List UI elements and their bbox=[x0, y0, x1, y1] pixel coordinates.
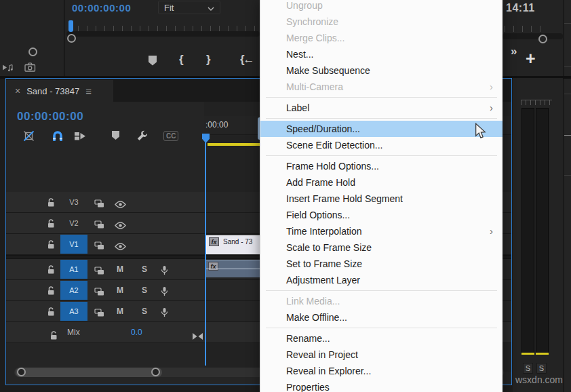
menu-item-multi-camera: Multi-Camera› bbox=[260, 79, 503, 95]
menu-item-field-options[interactable]: Field Options... bbox=[260, 207, 503, 223]
add-marker-icon[interactable] bbox=[111, 128, 120, 144]
mark-out-button[interactable]: } bbox=[206, 53, 211, 66]
panel-menu-icon[interactable]: ≡ bbox=[85, 85, 92, 97]
menu-item-insert-frame-hold-segment[interactable]: Insert Frame Hold Segment bbox=[260, 191, 503, 207]
submenu-arrow-icon: › bbox=[490, 100, 493, 116]
timeline-timecode[interactable]: 00:00:00:00 bbox=[17, 110, 83, 123]
sync-lock-icon[interactable] bbox=[94, 237, 104, 254]
sync-lock-icon[interactable] bbox=[94, 305, 104, 321]
menu-item-ungroup: Ungroup bbox=[260, 0, 503, 14]
monitor-playhead[interactable] bbox=[68, 20, 73, 32]
captions-icon[interactable]: CC bbox=[163, 128, 178, 144]
program-timecode[interactable]: 00:00:00:00 bbox=[72, 2, 131, 14]
track-target-a1[interactable]: A1 bbox=[60, 260, 87, 279]
export-frame-icon[interactable] bbox=[24, 62, 36, 75]
watermark-text: wsxdn.com bbox=[515, 374, 570, 385]
fx-badge-icon: fx bbox=[209, 237, 219, 246]
mute-button[interactable]: M bbox=[117, 264, 123, 274]
voiceover-mic-icon[interactable] bbox=[161, 262, 168, 278]
lock-icon[interactable] bbox=[47, 262, 56, 278]
zoom-handle-right[interactable] bbox=[151, 368, 160, 376]
menu-item-adjustment-layer[interactable]: Adjustment Layer bbox=[260, 272, 503, 288]
meter-level-right bbox=[536, 353, 549, 355]
lock-icon[interactable] bbox=[47, 195, 56, 211]
sync-lock-icon[interactable] bbox=[94, 262, 104, 279]
mix-level-value[interactable]: 0.0 bbox=[131, 328, 142, 337]
sync-lock-icon[interactable] bbox=[94, 216, 104, 233]
menu-item-reveal-in-project[interactable]: Reveal in Project bbox=[260, 347, 503, 363]
mark-in-button[interactable]: { bbox=[179, 53, 184, 66]
track-target-a3[interactable]: A3 bbox=[60, 302, 87, 321]
source-monitor-panel: 14:11 » + bbox=[503, 0, 563, 76]
menu-item-properties[interactable]: Properties bbox=[260, 379, 503, 392]
audio-clip[interactable]: fx bbox=[206, 260, 267, 277]
voiceover-mic-icon[interactable] bbox=[161, 304, 168, 320]
menu-item-set-to-frame-size[interactable]: Set to Frame Size bbox=[260, 256, 503, 272]
menu-item-nest[interactable]: Nest... bbox=[260, 46, 503, 62]
menu-item-make-subsequence[interactable]: Make Subsequence bbox=[260, 62, 503, 79]
linked-selection-icon[interactable] bbox=[74, 128, 86, 144]
monitor-scrubber[interactable] bbox=[66, 31, 260, 37]
solo-button[interactable]: S bbox=[142, 286, 147, 295]
mute-button[interactable]: M bbox=[117, 286, 123, 295]
menu-item-scene-edit-detection[interactable]: Scene Edit Detection... bbox=[260, 137, 503, 153]
zoom-handle-left[interactable] bbox=[17, 368, 26, 376]
play-audio-icon[interactable] bbox=[2, 62, 14, 75]
zoom-knob[interactable] bbox=[538, 35, 547, 43]
track-header-a3: A3 M S bbox=[6, 301, 204, 321]
timeline-settings-wrench-icon[interactable] bbox=[136, 128, 149, 144]
menu-item-synchronize: Synchronize bbox=[260, 14, 503, 30]
mute-button[interactable]: M bbox=[117, 307, 123, 316]
track-target-a2[interactable]: A2 bbox=[60, 281, 87, 300]
scrubber[interactable] bbox=[503, 33, 563, 39]
add-button[interactable]: + bbox=[526, 49, 536, 68]
snap-magnet-icon[interactable] bbox=[52, 128, 64, 144]
insert-as-nest-toggle-icon[interactable] bbox=[23, 128, 35, 144]
track-header-v3: V3 bbox=[6, 192, 204, 212]
meter-solo-right-button[interactable]: S bbox=[536, 363, 547, 374]
sync-lock-icon[interactable] bbox=[94, 283, 104, 300]
menu-item-frame-hold-options[interactable]: Frame Hold Options... bbox=[260, 158, 503, 174]
lock-icon[interactable] bbox=[50, 328, 58, 344]
toggle-output-eye-icon[interactable] bbox=[115, 217, 126, 233]
keyframe-toggle-icon[interactable] bbox=[192, 328, 203, 345]
track-header-v2: V2 bbox=[6, 213, 204, 233]
toggle-output-eye-icon[interactable] bbox=[115, 196, 126, 212]
track-target-v1[interactable]: V1 bbox=[60, 235, 87, 254]
timeline-tab[interactable]: × Sand - 73847 ≡ bbox=[6, 80, 113, 102]
voiceover-mic-icon[interactable] bbox=[161, 283, 168, 299]
meter-level-left bbox=[521, 353, 534, 355]
menu-item-scale-to-frame-size[interactable]: Scale to Frame Size bbox=[260, 239, 503, 256]
scrollbar-thumb[interactable] bbox=[16, 368, 162, 377]
chevron-down-icon bbox=[208, 3, 214, 13]
scrollbar-knob[interactable] bbox=[28, 47, 37, 56]
sequence-title: Sand - 73847 bbox=[26, 86, 79, 96]
sync-lock-icon[interactable] bbox=[94, 195, 104, 212]
add-marker-icon[interactable] bbox=[148, 55, 157, 69]
menu-item-make-offline[interactable]: Make Offline... bbox=[260, 309, 503, 326]
track-target-v2[interactable]: V2 bbox=[60, 214, 87, 233]
tools-panel bbox=[0, 0, 64, 76]
overflow-button[interactable]: » bbox=[511, 45, 517, 58]
monitor-zoom-knob[interactable] bbox=[67, 34, 76, 43]
meter-solo-left-button[interactable]: S bbox=[523, 363, 533, 374]
audio-meters-panel: S S bbox=[513, 78, 563, 392]
zoom-level-select[interactable]: Fit bbox=[158, 1, 220, 14]
menu-item-time-interpolation[interactable]: Time Interpolation› bbox=[260, 223, 503, 239]
track-target-v3[interactable]: V3 bbox=[60, 193, 87, 212]
menu-item-rename[interactable]: Rename... bbox=[260, 330, 503, 347]
toggle-output-eye-icon[interactable] bbox=[115, 238, 126, 254]
menu-item-speed-duration[interactable]: Speed/Duration... bbox=[260, 121, 503, 137]
lock-icon[interactable] bbox=[47, 283, 56, 299]
menu-item-label[interactable]: Label› bbox=[260, 100, 503, 116]
lock-icon[interactable] bbox=[47, 237, 56, 253]
menu-item-add-frame-hold[interactable]: Add Frame Hold bbox=[260, 174, 503, 191]
go-to-in-button[interactable]: {← bbox=[240, 53, 254, 66]
lock-icon[interactable] bbox=[47, 304, 56, 320]
video-clip[interactable]: fx Sand - 73 bbox=[206, 235, 267, 254]
lock-icon[interactable] bbox=[47, 216, 56, 232]
close-icon[interactable]: × bbox=[15, 85, 20, 96]
solo-button[interactable]: S bbox=[142, 307, 147, 316]
menu-item-reveal-in-explorer[interactable]: Reveal in Explorer... bbox=[260, 363, 503, 379]
solo-button[interactable]: S bbox=[142, 264, 147, 274]
